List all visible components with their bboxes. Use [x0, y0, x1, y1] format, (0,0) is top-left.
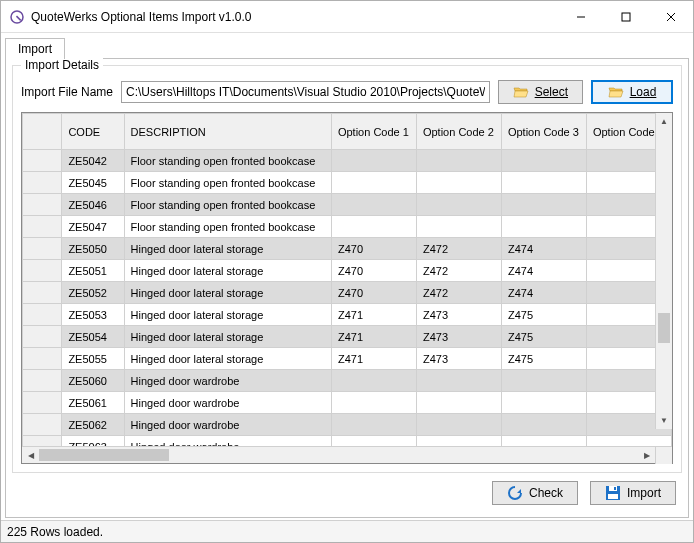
cell-opt3[interactable]: [501, 172, 586, 194]
cell-opt1[interactable]: [331, 216, 416, 238]
table-row[interactable]: ZE5042Floor standing open fronted bookca…: [23, 150, 672, 172]
cell-code[interactable]: ZE5053: [62, 304, 124, 326]
cell-opt1[interactable]: [331, 392, 416, 414]
cell-opt2[interactable]: [416, 370, 501, 392]
row-header-cell[interactable]: [23, 282, 62, 304]
cell-description[interactable]: Hinged door wardrobe: [124, 414, 331, 436]
table-row[interactable]: ZE5063Hinged door wardrobe: [23, 436, 672, 447]
cell-opt1[interactable]: Z471: [331, 348, 416, 370]
table-row[interactable]: ZE5062Hinged door wardrobe: [23, 414, 672, 436]
check-button[interactable]: Check: [492, 481, 578, 505]
header-description[interactable]: DESCRIPTION: [124, 114, 331, 150]
cell-description[interactable]: Floor standing open fronted bookcase: [124, 216, 331, 238]
cell-opt1[interactable]: [331, 194, 416, 216]
table-row[interactable]: ZE5050Hinged door lateral storageZ470Z47…: [23, 238, 672, 260]
table-row[interactable]: ZE5045Floor standing open fronted bookca…: [23, 172, 672, 194]
scroll-up-arrow[interactable]: ▲: [656, 113, 672, 130]
cell-opt1[interactable]: [331, 370, 416, 392]
cell-opt2[interactable]: [416, 414, 501, 436]
cell-opt1[interactable]: Z470: [331, 238, 416, 260]
cell-code[interactable]: ZE5061: [62, 392, 124, 414]
cell-opt3[interactable]: Z474: [501, 260, 586, 282]
vertical-scrollbar[interactable]: ▲ ▼: [655, 113, 672, 429]
cell-description[interactable]: Hinged door lateral storage: [124, 238, 331, 260]
cell-opt2[interactable]: [416, 194, 501, 216]
cell-code[interactable]: ZE5050: [62, 238, 124, 260]
tab-import[interactable]: Import: [5, 38, 65, 59]
cell-description[interactable]: Floor standing open fronted bookcase: [124, 194, 331, 216]
cell-code[interactable]: ZE5045: [62, 172, 124, 194]
data-grid[interactable]: CODE DESCRIPTION Option Code 1 Option Co…: [21, 112, 673, 464]
table-row[interactable]: ZE5053Hinged door lateral storageZ471Z47…: [23, 304, 672, 326]
row-header-cell[interactable]: [23, 260, 62, 282]
cell-description[interactable]: Hinged door wardrobe: [124, 370, 331, 392]
cell-opt3[interactable]: [501, 392, 586, 414]
maximize-button[interactable]: [603, 2, 648, 32]
cell-opt3[interactable]: Z474: [501, 238, 586, 260]
cell-code[interactable]: ZE5054: [62, 326, 124, 348]
scroll-left-arrow[interactable]: ◀: [22, 447, 39, 464]
cell-opt1[interactable]: Z470: [331, 282, 416, 304]
cell-description[interactable]: Hinged door lateral storage: [124, 326, 331, 348]
cell-opt3[interactable]: [501, 436, 586, 447]
horizontal-scrollbar[interactable]: ◀ ▶: [22, 446, 672, 463]
cell-opt2[interactable]: [416, 150, 501, 172]
cell-code[interactable]: ZE5055: [62, 348, 124, 370]
horizontal-scroll-thumb[interactable]: [39, 449, 169, 461]
cell-opt1[interactable]: [331, 436, 416, 447]
cell-opt3[interactable]: Z475: [501, 348, 586, 370]
cell-opt3[interactable]: [501, 370, 586, 392]
cell-description[interactable]: Hinged door wardrobe: [124, 392, 331, 414]
cell-opt2[interactable]: Z472: [416, 238, 501, 260]
cell-opt3[interactable]: [501, 194, 586, 216]
cell-opt2[interactable]: [416, 172, 501, 194]
row-header-cell[interactable]: [23, 370, 62, 392]
table-row[interactable]: ZE5047Floor standing open fronted bookca…: [23, 216, 672, 238]
row-header-cell[interactable]: [23, 238, 62, 260]
row-header-cell[interactable]: [23, 436, 62, 447]
cell-opt2[interactable]: [416, 436, 501, 447]
cell-description[interactable]: Hinged door lateral storage: [124, 348, 331, 370]
cell-description[interactable]: Hinged door wardrobe: [124, 436, 331, 447]
scroll-right-arrow[interactable]: ▶: [638, 447, 655, 464]
row-header-cell[interactable]: [23, 326, 62, 348]
header-opt2[interactable]: Option Code 2: [416, 114, 501, 150]
load-button[interactable]: Load: [591, 80, 673, 104]
row-header-cell[interactable]: [23, 194, 62, 216]
cell-opt3[interactable]: [501, 150, 586, 172]
row-header-cell[interactable]: [23, 172, 62, 194]
table-row[interactable]: ZE5060Hinged door wardrobe: [23, 370, 672, 392]
cell-description[interactable]: Floor standing open fronted bookcase: [124, 150, 331, 172]
cell-description[interactable]: Hinged door lateral storage: [124, 282, 331, 304]
cell-description[interactable]: Floor standing open fronted bookcase: [124, 172, 331, 194]
cell-description[interactable]: Hinged door lateral storage: [124, 304, 331, 326]
table-row[interactable]: ZE5055Hinged door lateral storageZ471Z47…: [23, 348, 672, 370]
table-row[interactable]: ZE5054Hinged door lateral storageZ471Z47…: [23, 326, 672, 348]
cell-opt1[interactable]: [331, 414, 416, 436]
row-header-cell[interactable]: [23, 150, 62, 172]
cell-code[interactable]: ZE5062: [62, 414, 124, 436]
header-code[interactable]: CODE: [62, 114, 124, 150]
file-path-input[interactable]: [121, 81, 490, 103]
table-row[interactable]: ZE5061Hinged door wardrobe: [23, 392, 672, 414]
header-rowhead[interactable]: [23, 114, 62, 150]
cell-opt2[interactable]: [416, 216, 501, 238]
cell-opt2[interactable]: Z472: [416, 260, 501, 282]
row-header-cell[interactable]: [23, 414, 62, 436]
cell-code[interactable]: ZE5063: [62, 436, 124, 447]
cell-opt3[interactable]: [501, 414, 586, 436]
vertical-scroll-thumb[interactable]: [658, 313, 670, 343]
cell-code[interactable]: ZE5042: [62, 150, 124, 172]
import-button[interactable]: Import: [590, 481, 676, 505]
cell-opt1[interactable]: Z471: [331, 326, 416, 348]
row-header-cell[interactable]: [23, 304, 62, 326]
cell-opt3[interactable]: [501, 216, 586, 238]
cell-opt2[interactable]: Z472: [416, 282, 501, 304]
close-button[interactable]: [648, 2, 693, 32]
cell-code[interactable]: ZE5060: [62, 370, 124, 392]
scroll-down-arrow[interactable]: ▼: [656, 412, 672, 429]
cell-opt1[interactable]: [331, 172, 416, 194]
cell-opt2[interactable]: Z473: [416, 326, 501, 348]
minimize-button[interactable]: [558, 2, 603, 32]
cell-code[interactable]: ZE5052: [62, 282, 124, 304]
